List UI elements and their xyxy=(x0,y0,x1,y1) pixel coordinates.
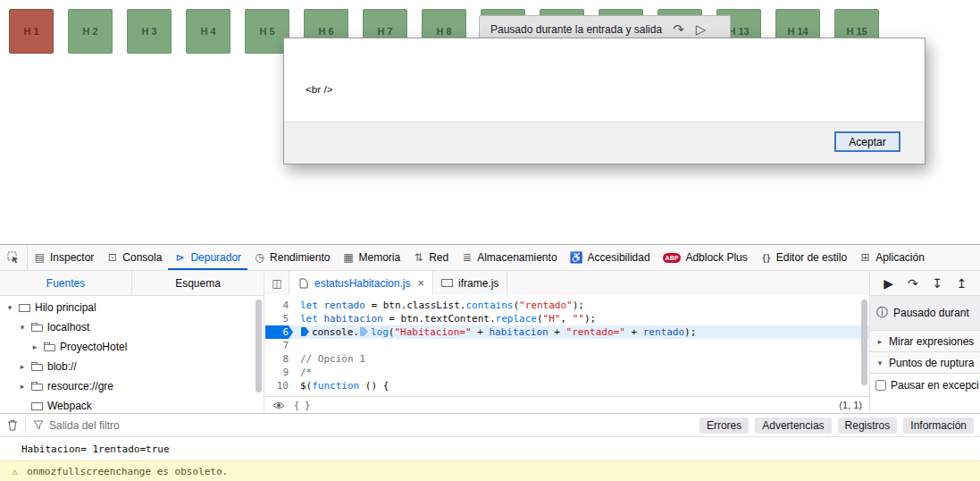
devtools-tab-rendimiento[interactable]: ◷Rendimiento xyxy=(247,245,336,270)
code-token: console. xyxy=(312,326,359,338)
pretty-print-button[interactable]: { } xyxy=(294,401,310,410)
console-message-text: Habitacion= 1rentado=true xyxy=(21,443,170,455)
window-icon xyxy=(19,304,30,312)
devtools-tab-accesibilidad[interactable]: ♿Accesibilidad xyxy=(564,245,657,270)
clear-console-button[interactable] xyxy=(0,419,25,431)
folder-icon xyxy=(44,344,55,351)
filter-button-advertencias[interactable]: Advertencias xyxy=(755,418,831,434)
line-number[interactable]: 4 xyxy=(265,299,293,312)
devtools-main: FuentesEsquema ▾Hilo principal▾localhost… xyxy=(0,271,980,413)
tree-item-blob-[interactable]: ▸blob:// xyxy=(0,357,255,376)
sources-panel-tabs: FuentesEsquema xyxy=(0,271,264,296)
resume-icon[interactable]: ▷ xyxy=(695,21,707,38)
code-line[interactable]: 8// Opción 1 xyxy=(265,352,869,366)
trash-icon xyxy=(7,419,18,431)
pick-element-button[interactable] xyxy=(0,245,28,270)
tree-item-webpack[interactable]: Webpack xyxy=(0,396,255,413)
sources-tab-esquema[interactable]: Esquema xyxy=(132,271,264,295)
step-out-icon[interactable]: ↥ xyxy=(956,276,967,291)
devtools-tab-almacenamiento[interactable]: ≣Almacenamiento xyxy=(455,245,563,270)
code-line[interactable]: 6console.log("Habitacion=" + habitacion … xyxy=(265,325,869,339)
devtools-tab-red[interactable]: ⇅Red xyxy=(406,245,455,270)
column-breakpoint-marker[interactable] xyxy=(360,327,368,336)
code-token: function xyxy=(312,380,359,392)
filter-button-errores[interactable]: Errores xyxy=(699,418,749,434)
alert-message: <br /> <b>Notice</b>: Undefined index: i… xyxy=(284,38,925,123)
console-output: Habitacion= 1rentado=true⚠onmozfullscree… xyxy=(0,437,980,481)
paused-banner-text: Pausado durante la entrada y salida xyxy=(490,23,662,36)
tree-item-label: Webpack xyxy=(47,400,92,412)
line-number[interactable]: 5 xyxy=(265,312,293,325)
code-line[interactable]: 5let habitacion = btn.textContent.replac… xyxy=(265,312,869,325)
devtools-tab-adblock-plus[interactable]: ABPAdblock Plus xyxy=(657,245,754,270)
watch-source-button[interactable] xyxy=(272,401,285,410)
room-button[interactable]: H 4 xyxy=(186,9,230,54)
code-token: // Opción 1 xyxy=(300,353,365,365)
tree-item-resource-gre[interactable]: ▸resource://gre xyxy=(0,376,255,396)
code-token: "Habitacion=" xyxy=(394,326,471,338)
code-editor[interactable]: 4let rentado = btn.classList.contains("r… xyxy=(265,295,869,396)
code-line[interactable]: 7 xyxy=(265,339,869,352)
code-text: $(function () { xyxy=(300,379,389,392)
devtools-tab-inspector[interactable]: ▤Inspector xyxy=(28,245,100,270)
pick-element-icon xyxy=(7,251,21,265)
console-filter-placeholder: Salida del filtro xyxy=(49,419,120,432)
toggle-sources-panel-button[interactable]: ◫ xyxy=(265,271,289,295)
network-icon: ⇅ xyxy=(413,251,424,264)
step-over-icon[interactable]: ↷ xyxy=(907,276,918,291)
breakpoints-section[interactable]: ▾ Puntos de ruptura xyxy=(870,352,980,374)
devtools-tab-editor-de-estilo[interactable]: { }Editor de estilo xyxy=(754,245,853,270)
tree-item-localhost[interactable]: ▾localhost xyxy=(0,317,255,337)
room-button[interactable]: H 2 xyxy=(68,9,113,54)
tree-item-proyectohotel[interactable]: ▸ProyectoHotel xyxy=(0,337,255,357)
paused-location-marker[interactable] xyxy=(301,327,309,336)
tab-label: Almacenamiento xyxy=(477,251,557,264)
editor-panel: ◫ estatusHabitacion.js×iframe.js 4let re… xyxy=(265,271,869,413)
sources-tab-fuentes[interactable]: Fuentes xyxy=(0,271,132,295)
tree-item-label: ProyectoHotel xyxy=(60,341,127,353)
line-number[interactable]: 6 xyxy=(265,325,293,339)
file-tab-estatusHabitacion-js[interactable]: estatusHabitacion.js× xyxy=(289,271,433,295)
code-token: habitacion xyxy=(324,313,383,325)
panel-toggle-icon: ◫ xyxy=(272,277,283,290)
devtools-tab-depurador[interactable]: ⊳Depurador xyxy=(168,245,247,270)
step-in-icon[interactable]: ↧ xyxy=(932,276,943,291)
filter-button-informacin[interactable]: Información xyxy=(903,418,974,434)
line-number[interactable]: 10 xyxy=(265,379,293,392)
devtools-tab-memoria[interactable]: ▦Memoria xyxy=(336,245,406,270)
close-tab-icon[interactable]: × xyxy=(417,276,424,290)
file-tabs: estatusHabitacion.js×iframe.js xyxy=(289,271,507,295)
folder-icon xyxy=(31,364,43,371)
storage-icon: ≣ xyxy=(461,251,473,264)
chevron-down-icon: ▾ xyxy=(18,323,27,332)
room-button[interactable]: H 3 xyxy=(127,9,172,54)
memory-icon: ▦ xyxy=(342,251,354,264)
line-number[interactable]: 8 xyxy=(265,352,293,366)
code-line[interactable]: 10$(function () { xyxy=(265,379,869,392)
code-text: /* xyxy=(300,366,312,379)
screenshot-root: H 1H 2H 3H 4H 5H 6H 7H 8H 9H 10H 11H 12H… xyxy=(0,0,980,481)
tree-item-hilo-principal[interactable]: ▾Hilo principal xyxy=(0,298,255,317)
folder-icon xyxy=(31,384,43,391)
style-editor-icon: { } xyxy=(760,253,772,263)
code-token: ( xyxy=(537,313,543,325)
step-icon[interactable]: ↷ xyxy=(673,21,684,38)
watch-expressions-section[interactable]: ▸ Mirar expresiones xyxy=(870,331,980,352)
filter-button-registros[interactable]: Registros xyxy=(838,418,898,434)
code-token: "H" xyxy=(543,313,561,325)
line-number[interactable]: 7 xyxy=(265,339,293,352)
room-button[interactable]: H 1 xyxy=(9,9,54,54)
sources-scrollbar[interactable] xyxy=(255,300,262,392)
filter-icon xyxy=(33,420,44,430)
code-line[interactable]: 4let rentado = btn.classList.contains("r… xyxy=(265,299,869,312)
line-number[interactable]: 9 xyxy=(265,366,293,379)
devtools-tab-consola[interactable]: ⊡Consola xyxy=(100,245,168,270)
resume-icon[interactable]: ▶ xyxy=(883,276,894,291)
console-filter-input[interactable]: Salida del filtro xyxy=(33,419,699,432)
devtools-tab-aplicación[interactable]: ⊞Aplicación xyxy=(853,245,931,270)
pause-on-exceptions-checkbox[interactable] xyxy=(875,380,886,391)
file-tab-iframe-js[interactable]: iframe.js xyxy=(433,271,507,295)
code-line[interactable]: 9/* xyxy=(265,366,869,379)
accept-button[interactable]: Aceptar xyxy=(834,131,900,152)
editor-scrollbar[interactable] xyxy=(861,300,867,385)
